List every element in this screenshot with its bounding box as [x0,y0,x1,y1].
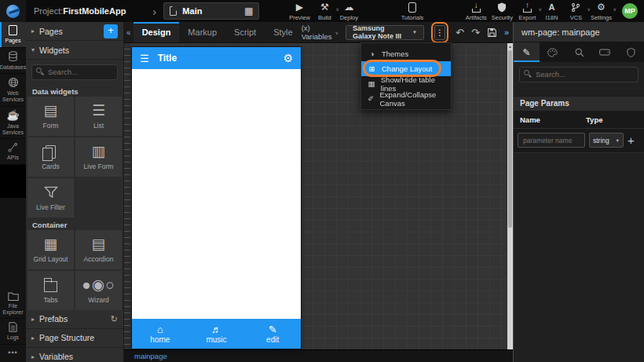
menu-item-change-layout[interactable]: ⊞ Change Layout [361,61,451,76]
rail-item-file-explorer[interactable]: File Explorer [0,288,26,319]
add-param-button[interactable]: + [628,134,635,146]
tab-styles[interactable] [540,42,565,62]
phone-preview[interactable]: ☰ Title ⚙ ⌂ home ♬ music ✎ [132,47,301,349]
user-avatar[interactable]: MP [622,3,638,19]
security-button[interactable]: Security [489,1,515,22]
settings-button[interactable]: ⚙ ∨ Settings [588,1,614,22]
add-page-button[interactable]: + [104,24,118,38]
variables-button[interactable]: (x) Variables∨ [302,24,338,41]
pages-section-header[interactable]: ▸ Pages + [26,22,123,41]
tab-search-props[interactable] [565,42,591,62]
phone-gear-icon[interactable]: ⚙ [283,52,293,64]
phone-page-content[interactable] [132,69,301,319]
tri-right-icon: ▸ [31,316,35,323]
nav-item-home[interactable]: ⌂ home [132,319,188,349]
data-widgets-grid: ▤ Form ☰ List Cards ▥ Live Form Live Fil… [26,97,123,218]
pages-icon [9,25,17,35]
layout-icon: ⊞ [368,64,376,73]
redo-button[interactable]: ↷ [471,27,480,38]
widget-tile-tabs[interactable]: Tabs [27,271,74,310]
i18n-button[interactable]: A I18N [540,1,564,22]
app-logo[interactable] [0,0,26,22]
expand-panel-icon[interactable]: » [504,27,509,37]
hamburger-icon[interactable]: ☰ [140,53,149,64]
param-type-select[interactable]: string ▼ [589,133,624,148]
tab-design[interactable]: Design [134,22,180,42]
apps-grid-icon[interactable]: ▦ [244,6,253,16]
nav-item-music[interactable]: ♬ music [188,319,245,349]
pencil-slant-icon: ✐ [368,94,375,103]
widget-tile-list[interactable]: ☰ List [75,97,122,136]
canvas-options-kebab-button[interactable]: ⋮ [434,25,445,40]
widget-tile-live-form[interactable]: ▥ Live Form [75,137,122,177]
widget-tile-wizard[interactable]: ●◉○ Wizard [75,271,122,310]
branch-icon [571,2,580,13]
artifacts-button[interactable]: ↓ Artifacts [463,1,489,22]
menu-item-themes[interactable]: ◑ Themes [361,46,451,61]
undo-button[interactable]: ↶ [456,27,464,38]
scroll-up-icon[interactable]: ▲ [507,43,513,50]
tab-style[interactable]: Style [265,22,301,42]
collapse-panel-icon[interactable]: « [124,28,134,37]
vcs-button[interactable]: ∨ VCS [564,1,588,22]
phone-bottom-nav: ⌂ home ♬ music ✎ edit [132,319,301,349]
scrollbar-thumb[interactable] [508,50,512,228]
widget-tile-accordion[interactable]: ▤ Accordion [75,230,122,269]
tab-script[interactable]: Script [225,22,265,42]
page-param-row: string ▼ + [514,129,644,152]
refresh-icon[interactable]: ↻ [111,314,118,324]
page-tab-mainpage[interactable]: mainpage [134,352,167,360]
shield-outline-icon [627,48,635,57]
properties-panel: wm-page: mainpage ✎ Page Params Name [513,22,644,362]
tab-properties[interactable]: ✎ [514,42,540,62]
widget-search-input[interactable] [31,64,118,80]
page-selector[interactable]: Main ▦ [163,2,259,20]
tri-down-icon: ▾ [31,46,35,53]
widget-tile-form[interactable]: ▤ Form [27,97,74,136]
tab-markup[interactable]: Markup [179,22,225,42]
grid-layout-icon: ▦ [44,236,58,253]
tutorials-button[interactable]: Tutorials [399,1,426,22]
page-params-header[interactable]: Page Params [514,96,644,112]
selected-widget-title: wm-page: mainpage [514,22,644,42]
rail-item-logs[interactable]: Logs [0,319,26,345]
variables-section-header[interactable]: ▸ Variables [26,348,123,362]
widget-tile-grid-layout[interactable]: ▦ Grid Layout [27,230,74,269]
api-connector-icon [8,142,18,152]
phone-title[interactable]: Title [158,53,177,64]
save-button[interactable] [487,27,497,38]
home-icon: ⌂ [157,324,163,335]
rail-item-java-services[interactable]: ☕ Java Services [0,107,26,140]
widgets-section-header[interactable]: ▾ Widgets [26,41,123,60]
build-button[interactable]: ⚒ ∨ Build [313,1,337,22]
tab-security-props[interactable] [618,42,644,62]
widget-tile-cards[interactable]: Cards [27,137,74,177]
phone-header-widget[interactable]: ☰ Title ⚙ [132,47,301,69]
menu-item-expand-canvas[interactable]: ✐ Expand/Collapse Canvas [361,91,451,106]
menu-item-table-lines[interactable]: ▦ Show/Hide table lines [361,76,451,91]
rail-item-databases[interactable]: Databases [0,48,26,75]
breadcrumb-chevron-icon: › [152,5,156,18]
table-lines-icon: ▦ [368,79,375,88]
nav-item-edit[interactable]: ✎ edit [244,319,301,349]
rail-item-web-services[interactable]: Web Services [0,74,26,106]
export-button[interactable]: ↑ ∨ Export [515,1,540,22]
canvas-scrollbar[interactable]: ▲ [507,43,513,349]
widget-tile-live-filter[interactable]: Live Filter [27,178,74,218]
form-icon: ▤ [44,102,58,119]
rail-more-button[interactable]: ••• [0,345,26,362]
param-name-input[interactable] [518,133,585,148]
cards-icon [46,143,56,160]
page-structure-section-header[interactable]: ▸ Page Structure [26,329,123,348]
upload-tray-icon: ↑ [522,2,532,13]
tab-device-props[interactable] [592,42,618,62]
preview-button[interactable]: ▶ Preview [287,1,313,22]
design-canvas[interactable]: ☰ Title ⚙ ⌂ home ♬ music ✎ [124,43,513,349]
properties-search-input[interactable] [519,67,639,82]
database-icon [8,51,18,62]
rail-item-pages[interactable]: Pages [0,22,26,48]
prefabs-section-header[interactable]: ▸ Prefabs ↻ [26,310,123,329]
device-selector[interactable]: Samsung Galaxy Note III ▼ [346,25,424,40]
rail-item-apis[interactable]: APIs [0,139,26,165]
deploy-button[interactable]: ☁↑ Deploy [337,1,361,22]
